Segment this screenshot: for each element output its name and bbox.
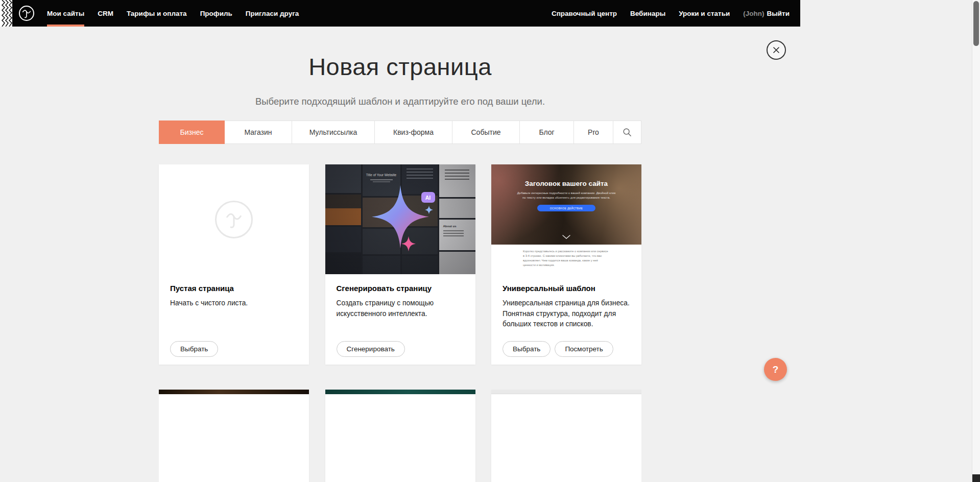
card-title: Пустая страница (170, 284, 298, 293)
choose-blank-button[interactable]: Выбрать (170, 341, 218, 357)
preview-body-section: Коротко представьтесь и расскажите о ком… (491, 249, 641, 274)
tab-pro[interactable]: Pro (574, 121, 613, 143)
card-title: Универсальный шаблон (503, 284, 630, 293)
universal-card-preview: Заголовок вашего сайта Добавьте интересн… (491, 164, 641, 274)
user-name: (John) (743, 10, 764, 17)
card-description: Универсальная страница для бизнеса. Поня… (503, 298, 630, 330)
logout-link[interactable]: Выйти (767, 10, 790, 17)
template-card-partial-1[interactable] (159, 390, 309, 482)
nav-item-profile[interactable]: Профиль (194, 0, 239, 27)
template-card-partial-2[interactable] (325, 390, 475, 482)
tilda-watermark-icon (215, 201, 253, 238)
template-card-ai-generate: Title of Your Website (325, 164, 475, 365)
nav-item-help-center[interactable]: Справочный центр (545, 0, 624, 27)
ai-badge: AI (421, 192, 435, 203)
choose-universal-button[interactable]: Выбрать (503, 341, 551, 357)
template-category-tabs: Бизнес Магазин Мультиссылка Квиз-форма С… (159, 120, 641, 144)
nav-item-my-sites[interactable]: Мои сайты (40, 0, 91, 27)
template-card-partial-3[interactable] (491, 390, 641, 482)
nav-item-crm[interactable]: CRM (91, 0, 120, 27)
template-card-blank: Пустая страница Начать с чистого листа. … (159, 164, 309, 365)
nav-item-invite-friend[interactable]: Пригласи друга (239, 0, 305, 27)
tab-store[interactable]: Магазин (225, 121, 292, 143)
ai-sparkle-icon (352, 173, 449, 262)
scrollbar-thumb[interactable] (973, 1, 979, 46)
chevron-down-icon (562, 232, 570, 241)
nav-item-pricing[interactable]: Тарифы и оплата (120, 0, 194, 27)
tab-business[interactable]: Бизнес (159, 120, 225, 144)
card-description: Начать с чистого листа. (170, 298, 298, 309)
zigzag-decoration (0, 0, 12, 27)
preview-hero-title: Заголовок вашего сайта (491, 164, 641, 187)
tilda-logo-icon (21, 8, 32, 19)
template-grid-next-row (159, 390, 641, 482)
top-navigation-bar: Мои сайты CRM Тарифы и оплата Профиль Пр… (12, 0, 800, 27)
blank-card-preview (159, 164, 309, 274)
page-title: Новая страница (0, 53, 800, 81)
page-subtitle: Выберите подходящий шаблон и адаптируйте… (0, 96, 800, 107)
tab-multilink[interactable]: Мультиссылка (292, 121, 375, 143)
template-hero-preview: Заголовок вашего сайта Добавьте интересн… (491, 164, 641, 245)
preview-hero-text: Добавьте интересные подробности о вашей … (516, 191, 616, 200)
nav-item-webinars[interactable]: Вебинары (624, 0, 672, 27)
scrollbar[interactable] (972, 0, 980, 482)
ai-card-preview: Title of Your Website (325, 164, 475, 274)
preview-hero-button: Основное действие (537, 205, 595, 211)
user-logout[interactable]: (John) Выйти (736, 0, 796, 27)
view-universal-button[interactable]: Посмотреть (555, 341, 613, 357)
tilda-logo[interactable] (19, 6, 34, 21)
search-icon (623, 128, 632, 137)
scrollbar-corner (972, 474, 980, 482)
secondary-nav: Справочный центр Вебинары Уроки и статьи… (545, 0, 800, 27)
help-button[interactable]: ? (764, 358, 787, 381)
template-grid: Пустая страница Начать с чистого листа. … (159, 164, 641, 365)
template-card-universal: Заголовок вашего сайта Добавьте интересн… (491, 164, 641, 365)
primary-nav: Мои сайты CRM Тарифы и оплата Профиль Пр… (40, 0, 305, 27)
tab-search[interactable] (613, 121, 641, 143)
preview-body-text: Коротко представьтесь и расскажите о ком… (523, 249, 610, 268)
tab-blog[interactable]: Блог (520, 121, 574, 143)
close-icon (773, 46, 780, 54)
tab-quiz-form[interactable]: Квиз-форма (375, 121, 452, 143)
nav-item-lessons[interactable]: Уроки и статьи (672, 0, 736, 27)
close-button[interactable] (767, 40, 786, 60)
card-description: Создать страницу с помощью искусственног… (337, 298, 464, 319)
tab-event[interactable]: Событие (452, 121, 520, 143)
generate-button[interactable]: Сгенерировать (337, 341, 405, 357)
card-title: Сгенерировать страницу (337, 284, 464, 293)
